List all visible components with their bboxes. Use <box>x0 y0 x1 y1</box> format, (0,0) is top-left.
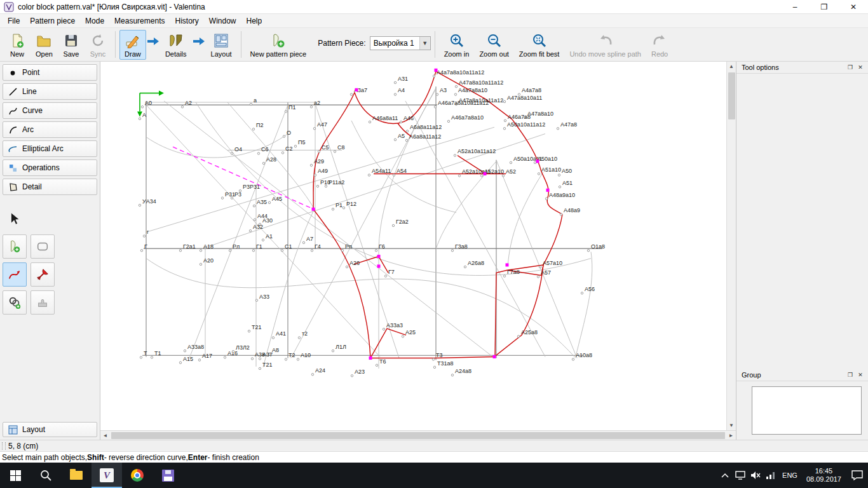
chevron-down-icon[interactable]: ▼ <box>419 37 430 50</box>
pattern-point-label[interactable]: T31a8 <box>437 360 453 367</box>
pattern-point[interactable] <box>200 263 201 266</box>
selected-point[interactable] <box>377 264 381 268</box>
new-button[interactable]: New <box>4 30 31 60</box>
menu-item-history[interactable]: History <box>170 15 203 27</box>
pattern-point[interactable] <box>432 358 434 361</box>
selected-point[interactable] <box>484 172 487 175</box>
pattern-point-label[interactable]: A24 <box>315 367 325 374</box>
pattern-point-label[interactable]: A15 <box>183 355 193 362</box>
start-button[interactable] <box>0 463 31 488</box>
pattern-point-label[interactable]: C8 <box>337 144 344 151</box>
layout-panel-button[interactable]: Layout <box>3 422 97 437</box>
zoom-out-button[interactable]: Zoom out <box>474 30 513 60</box>
menu-item-file[interactable]: File <box>3 15 25 27</box>
float-panel-icon[interactable]: ❐ <box>845 370 855 379</box>
pattern-point[interactable] <box>454 154 456 157</box>
pattern-point[interactable] <box>503 275 505 278</box>
pattern-point-label[interactable]: a <box>254 97 257 104</box>
pattern-point-label[interactable]: O1a8 <box>591 243 605 250</box>
pattern-point[interactable] <box>297 358 299 361</box>
pattern-point[interactable] <box>392 224 394 227</box>
menu-item-help[interactable]: Help <box>241 15 268 27</box>
pattern-point-label[interactable]: A25a8 <box>521 329 538 336</box>
pattern-point-label[interactable]: A33 <box>259 293 269 299</box>
undo-button[interactable]: Undo move spline path <box>564 30 646 60</box>
pattern-point[interactable] <box>257 152 259 155</box>
tool-category-elliptical-arc[interactable]: Elliptical Arc <box>3 140 97 157</box>
valentina-taskbar-button[interactable]: V <box>92 463 122 488</box>
pattern-point[interactable] <box>350 93 352 96</box>
pattern-point-label[interactable]: A54 <box>397 168 407 174</box>
pattern-point-label[interactable]: A51 <box>562 180 573 186</box>
horizontal-scroll-thumb[interactable] <box>111 432 725 439</box>
pattern-point[interactable] <box>560 214 562 216</box>
pattern-point[interactable] <box>504 119 506 122</box>
scroll-up-icon[interactable]: ▲ <box>727 62 736 71</box>
pattern-point[interactable] <box>464 266 466 268</box>
pattern-point-label[interactable]: A41 <box>276 330 286 337</box>
pattern-point[interactable] <box>316 185 318 187</box>
arrow-cursor-tool-button[interactable] <box>3 207 27 231</box>
float-panel-icon[interactable]: ❐ <box>845 63 855 72</box>
pattern-point[interactable] <box>139 118 140 120</box>
tool-category-arc[interactable]: Arc <box>3 121 97 138</box>
tool-category-point[interactable]: Point <box>3 64 97 81</box>
pattern-point[interactable] <box>480 175 482 177</box>
file-explorer-button[interactable] <box>61 463 92 488</box>
pattern-point-label[interactable]: A56 <box>585 286 595 292</box>
pattern-point[interactable] <box>406 130 408 133</box>
pattern-point[interactable] <box>253 205 255 207</box>
horizontal-scrollbar[interactable]: ◄ ► <box>100 430 736 440</box>
pattern-point[interactable] <box>325 185 327 187</box>
pattern-point[interactable] <box>179 362 181 364</box>
pattern-point[interactable] <box>221 197 223 200</box>
pattern-point-label[interactable]: A17 <box>202 353 212 359</box>
pattern-point[interactable] <box>281 152 283 154</box>
pattern-point[interactable] <box>503 100 505 103</box>
insert-node-tool-button[interactable] <box>31 290 55 315</box>
pattern-point[interactable] <box>259 367 261 370</box>
pattern-point-label[interactable]: A46a7a8a10a11a12 <box>438 100 489 106</box>
pattern-point-label[interactable]: A4a7a8a10 <box>458 87 487 93</box>
pattern-point[interactable] <box>143 235 145 238</box>
pattern-point[interactable] <box>151 356 153 359</box>
pattern-point[interactable] <box>538 173 539 175</box>
pattern-point-label[interactable]: A5 <box>398 133 405 139</box>
pattern-point[interactable] <box>572 358 574 361</box>
pattern-point[interactable] <box>311 249 313 252</box>
pattern-point[interactable] <box>281 249 283 252</box>
pattern-point[interactable] <box>285 358 287 361</box>
pattern-point[interactable] <box>539 266 541 268</box>
pattern-point-label[interactable]: C2 <box>285 146 292 152</box>
pattern-point-label[interactable]: A6a8a11a12 <box>409 133 441 140</box>
pattern-point[interactable] <box>318 151 320 153</box>
menu-item-mode[interactable]: Mode <box>80 15 109 27</box>
pattern-point-label[interactable]: P3P31 <box>243 184 260 190</box>
maximize-button[interactable]: ❐ <box>810 0 839 13</box>
selected-point[interactable] <box>536 159 539 163</box>
pattern-point[interactable] <box>141 105 143 108</box>
tool-category-operations[interactable]: Operations <box>3 159 97 176</box>
pattern-point-label[interactable]: A54a11 <box>372 168 391 174</box>
scroll-right-icon[interactable]: ► <box>726 431 736 440</box>
pattern-point-label[interactable]: A48a9a10 <box>549 191 575 198</box>
pattern-point[interactable] <box>285 111 287 113</box>
menu-item-window[interactable]: Window <box>204 15 241 27</box>
selected-point[interactable] <box>493 355 496 358</box>
pattern-point[interactable] <box>587 249 589 252</box>
pattern-point[interactable] <box>454 93 456 96</box>
pattern-point[interactable] <box>405 139 407 142</box>
pattern-point-label[interactable]: T21 <box>262 362 272 368</box>
pattern-point[interactable] <box>375 249 377 252</box>
pattern-point-label[interactable]: A26a8 <box>468 260 484 266</box>
active-spline-path[interactable] <box>173 147 315 210</box>
pattern-point-label[interactable]: P12 <box>346 201 356 207</box>
vertical-scrollbar[interactable]: ▲ ▼ <box>726 62 736 430</box>
open-button[interactable]: Open <box>31 30 58 60</box>
pattern-point-label[interactable]: C1 <box>285 243 292 250</box>
selected-point[interactable] <box>369 356 372 360</box>
scroll-down-icon[interactable]: ▼ <box>727 421 736 430</box>
pattern-point-label[interactable]: A32 <box>253 224 263 230</box>
pattern-point[interactable] <box>581 292 583 295</box>
save-button[interactable]: Save <box>58 30 85 60</box>
